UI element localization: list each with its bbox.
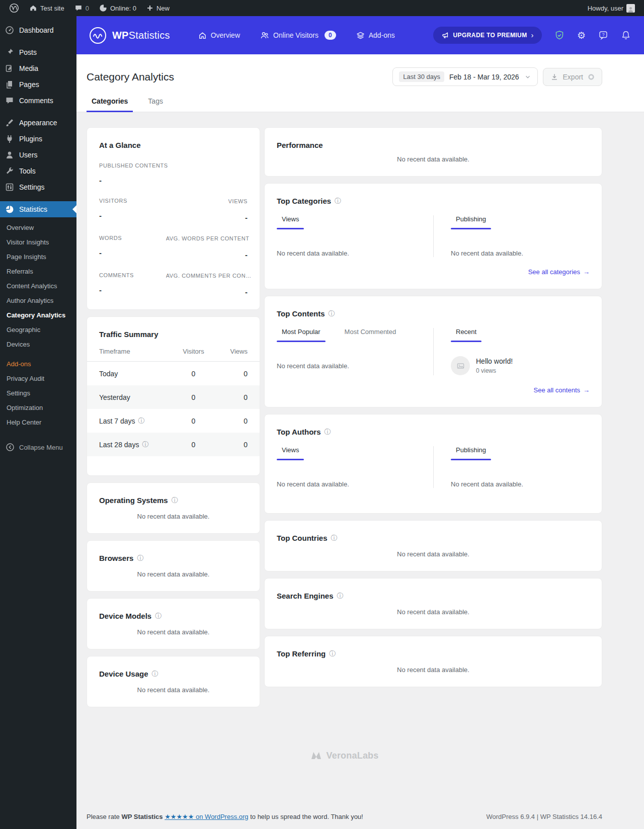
veronalabs-label: VeronaLabs [326, 751, 378, 761]
submenu-category-analytics[interactable]: Category Analytics [0, 308, 76, 322]
admin-bar: Test site 0 Online: 0 New Howdy, user [0, 0, 644, 16]
empty-message: No recent data available. [99, 628, 248, 636]
subtab-publishing[interactable]: Publishing [451, 446, 491, 460]
submenu-settings[interactable]: Settings [0, 386, 76, 400]
sidebar-item-label: Tools [19, 167, 36, 175]
card-title: Traffic Summary [87, 330, 260, 339]
subtab-most-commented[interactable]: Most Commented [340, 328, 401, 342]
subtab-recent[interactable]: Recent [451, 328, 481, 342]
at-a-glance-card: At a Glance Published contents - Visitor… [87, 127, 260, 310]
card-title: Browsers [99, 554, 133, 562]
wps-brand[interactable]: WPStatistics [89, 26, 170, 45]
submenu-visitor-insights[interactable]: Visitor Insights [0, 235, 76, 250]
top-authors-card: Top Authors ⓘ Views No recent data avail… [264, 414, 602, 514]
visitors-value: 0 [170, 441, 217, 449]
metric-label: Avg. words per content [166, 235, 250, 241]
export-button[interactable]: Export [543, 68, 602, 86]
subtab-views[interactable]: Views [277, 215, 304, 229]
sidebar-item-plugins[interactable]: Plugins [0, 131, 76, 147]
info-icon[interactable]: ⓘ [329, 310, 335, 317]
admin-bar-comments[interactable]: 0 [70, 0, 93, 16]
sidebar-item-dashboard[interactable]: Dashboard [0, 22, 76, 38]
submenu-referrals[interactable]: Referrals [0, 264, 76, 279]
sidebar-item-users[interactable]: Users [0, 147, 76, 163]
info-icon[interactable]: ⓘ [172, 497, 178, 504]
download-icon [550, 73, 558, 81]
sidebar-item-appearance[interactable]: Appearance [0, 115, 76, 131]
subtab-publishing[interactable]: Publishing [451, 215, 491, 229]
submenu-overview[interactable]: Overview [0, 220, 76, 235]
info-icon[interactable]: ⓘ [152, 671, 158, 677]
info-icon[interactable]: ⓘ [142, 441, 148, 448]
subtab-views[interactable]: Views [277, 446, 304, 460]
see-all-contents-link[interactable]: See all contents→ [277, 386, 590, 394]
upgrade-to-premium-button[interactable]: UPGRADE TO PREMIUM › [433, 27, 542, 44]
wordpress-logo-menu[interactable] [5, 0, 23, 16]
see-all-categories-link[interactable]: See all categories→ [277, 268, 590, 276]
device-usage-card: Device Usage ⓘ No recent data available. [87, 656, 260, 707]
recent-content-item[interactable]: Hello world! 0 views [451, 356, 590, 375]
wps-nav-online-visitors[interactable]: Online Visitors 0 [260, 31, 336, 40]
card-title: Device Models [99, 612, 151, 620]
subtab-most-popular[interactable]: Most Popular [277, 328, 326, 342]
sidebar-item-comments[interactable]: Comments [0, 93, 76, 109]
version-info: WordPress 6.9.4 | WP Statistics 14.16.4 [487, 813, 603, 820]
submenu-geographic[interactable]: Geographic [0, 322, 76, 337]
empty-message: No recent data available. [277, 480, 419, 488]
info-icon[interactable]: ⓘ [329, 650, 336, 657]
info-icon[interactable]: ⓘ [324, 429, 331, 435]
content-area: At a Glance Published contents - Visitor… [76, 112, 602, 829]
column-header-visitors: Visitors [170, 348, 217, 355]
card-title: Top Authors [277, 428, 320, 436]
submenu-page-insights[interactable]: Page Insights [0, 250, 76, 264]
collapse-menu-button[interactable]: Collapse Menu [0, 439, 76, 456]
info-icon[interactable]: ⓘ [155, 613, 162, 619]
sidebar-item-statistics[interactable]: Statistics [0, 201, 76, 217]
wps-nav-overview[interactable]: Overview [198, 31, 240, 40]
tab-categories[interactable]: Categories [87, 97, 133, 112]
bell-icon[interactable] [621, 30, 631, 40]
statistics-submenu: Overview Visitor Insights Page Insights … [0, 217, 76, 432]
gear-icon[interactable]: ⚙ [577, 31, 586, 40]
admin-bar-new[interactable]: New [142, 0, 174, 16]
column-header-timeframe: Timeframe [99, 348, 170, 355]
tab-tags[interactable]: Tags [143, 97, 168, 112]
submenu-devices[interactable]: Devices [0, 337, 76, 352]
sidebar-item-label: Media [19, 64, 38, 72]
sidebar-item-pages[interactable]: Pages [0, 76, 76, 93]
sidebar-item-tools[interactable]: Tools [0, 163, 76, 179]
admin-bar-site-link[interactable]: Test site [25, 0, 68, 16]
sidebar-item-label: Settings [19, 183, 45, 191]
info-icon[interactable]: ⓘ [331, 535, 338, 541]
sidebar-item-settings[interactable]: Settings [0, 179, 76, 195]
sidebar-item-posts[interactable]: Posts [0, 44, 76, 60]
metric-label: Views [228, 198, 248, 204]
card-title: Performance [277, 141, 590, 149]
top-countries-card: Top Countries ⓘ No recent data available… [264, 520, 602, 571]
rate-link[interactable]: ★★★★★ on WordPress.org [165, 813, 248, 820]
comments-icon [5, 96, 15, 105]
date-range-picker[interactable]: Last 30 days Feb 18 - Mar 19, 2026 [392, 67, 537, 86]
arrow-right-icon: → [583, 268, 590, 276]
svg-text:?: ? [602, 32, 605, 37]
privacy-shield-icon[interactable] [554, 30, 565, 40]
submenu-help-center[interactable]: Help Center [0, 415, 76, 430]
info-icon[interactable]: ⓘ [138, 418, 145, 424]
submenu-optimization[interactable]: Optimization [0, 400, 76, 415]
wps-nav-add-ons[interactable]: Add-ons [356, 31, 395, 40]
sidebar-item-media[interactable]: Media [0, 60, 76, 76]
overview-home-icon [198, 31, 207, 40]
info-icon[interactable]: ⓘ [335, 198, 341, 204]
submenu-author-analytics[interactable]: Author Analytics [0, 293, 76, 308]
help-icon[interactable]: ? [598, 30, 608, 40]
upgrade-label: UPGRADE TO PREMIUM [453, 32, 527, 39]
info-icon[interactable]: ⓘ [137, 555, 143, 561]
submenu-content-analytics[interactable]: Content Analytics [0, 279, 76, 293]
admin-bar-account[interactable]: Howdy, user [584, 0, 639, 16]
column-header-views: Views [217, 348, 248, 355]
admin-bar-online[interactable]: Online: 0 [95, 0, 140, 16]
submenu-add-ons[interactable]: Add-ons [0, 357, 76, 371]
submenu-privacy-audit[interactable]: Privacy Audit [0, 371, 76, 386]
info-icon[interactable]: ⓘ [337, 593, 344, 599]
metric-value: - [99, 176, 248, 185]
